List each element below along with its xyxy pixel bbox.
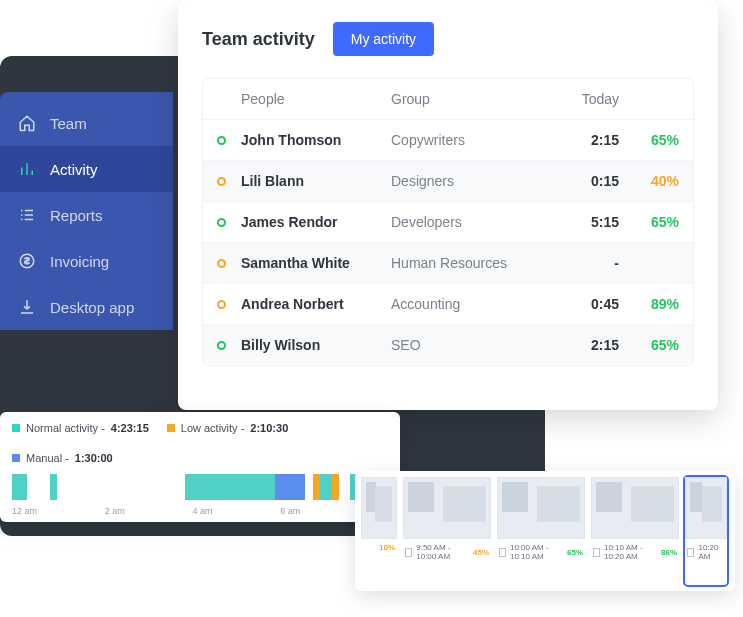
list-icon <box>18 206 36 224</box>
activity-timeline-panel: Normal activity - 4:23:15 Low activity -… <box>0 412 400 522</box>
sidebar-item-reports[interactable]: Reports <box>0 192 173 238</box>
sidebar-item-invoicing[interactable]: Invoicing <box>0 238 173 284</box>
legend-manual: Manual - 1:30:00 <box>12 452 113 464</box>
home-icon <box>18 114 36 132</box>
activity-pct: 65% <box>629 337 679 353</box>
person-name: Samantha White <box>241 255 391 271</box>
person-name: James Rendor <box>241 214 391 230</box>
screenshot-thumb <box>361 477 397 539</box>
sidebar-item-label: Activity <box>50 161 98 178</box>
sidebar: Team Activity Reports Invoicing Desktop … <box>0 92 173 330</box>
sidebar-item-label: Desktop app <box>50 299 134 316</box>
person-name: Andrea Norbert <box>241 296 391 312</box>
screenshot-card[interactable]: 10:10 AM - 10:20 AM86% <box>591 477 679 585</box>
table-row[interactable]: John ThomsonCopywriters2:1565% <box>203 119 693 160</box>
square-icon <box>167 424 175 432</box>
time-today: 0:15 <box>541 173 629 189</box>
status-dot <box>217 218 226 227</box>
screenshot-card[interactable]: 10:20 AM <box>685 477 727 585</box>
status-dot <box>217 341 226 350</box>
sidebar-item-label: Invoicing <box>50 253 109 270</box>
sidebar-item-team[interactable]: Team <box>0 100 173 146</box>
timeline-axis: 12 am 2 am 4 am 6 am 8 am <box>12 506 388 516</box>
legend-row: Normal activity - 4:23:15 Low activity -… <box>12 422 388 464</box>
legend-low: Low activity - 2:10:30 <box>167 422 289 434</box>
sidebar-item-activity[interactable]: Activity <box>0 146 173 192</box>
activity-pct: 65% <box>629 214 679 230</box>
time-today: 2:15 <box>541 337 629 353</box>
table-row[interactable]: Lili BlannDesigners0:1540% <box>203 160 693 201</box>
screenshot-thumb <box>591 477 679 539</box>
screenshot-card[interactable]: 9:50 AM - 10:00 AM45% <box>403 477 491 585</box>
col-today: Today <box>541 91 629 107</box>
status-dot <box>217 259 226 268</box>
table-row[interactable]: Andrea NorbertAccounting0:4589% <box>203 283 693 324</box>
download-icon <box>18 298 36 316</box>
checkbox[interactable] <box>593 548 600 557</box>
screenshot-thumb <box>403 477 491 539</box>
checkbox[interactable] <box>499 548 506 557</box>
status-dot <box>217 136 226 145</box>
screenshot-card[interactable]: 10% <box>361 477 397 585</box>
col-people: People <box>241 91 391 107</box>
screenshot-time: 10:00 AM - 10:10 AM <box>510 543 563 561</box>
screenshot-time: 10:20 AM <box>698 543 725 561</box>
sidebar-item-desktop-app[interactable]: Desktop app <box>0 284 173 330</box>
table-header: People Group Today <box>203 79 693 119</box>
table-row[interactable]: James RendorDevelopers5:1565% <box>203 201 693 242</box>
person-group: Developers <box>391 214 541 230</box>
dollar-icon <box>18 252 36 270</box>
person-name: John Thomson <box>241 132 391 148</box>
sidebar-item-label: Reports <box>50 207 103 224</box>
screenshot-pct: 45% <box>473 548 489 557</box>
person-name: Billy Wilson <box>241 337 391 353</box>
time-today: 0:45 <box>541 296 629 312</box>
time-today: - <box>541 255 629 271</box>
time-today: 5:15 <box>541 214 629 230</box>
person-group: SEO <box>391 337 541 353</box>
screenshots-panel: 10% 9:50 AM - 10:00 AM45% 10:00 AM - 10:… <box>355 471 735 591</box>
screenshot-pct: 10% <box>379 543 395 552</box>
sidebar-item-label: Team <box>50 115 87 132</box>
col-group: Group <box>391 91 541 107</box>
person-group: Human Resources <box>391 255 541 271</box>
checkbox[interactable] <box>405 548 412 557</box>
card-header: Team activity My activity <box>202 22 694 56</box>
status-dot <box>217 177 226 186</box>
screenshot-card[interactable]: 10:00 AM - 10:10 AM65% <box>497 477 585 585</box>
screenshot-pct: 86% <box>661 548 677 557</box>
legend-normal: Normal activity - 4:23:15 <box>12 422 149 434</box>
person-group: Accounting <box>391 296 541 312</box>
screenshot-thumb <box>497 477 585 539</box>
status-dot <box>217 300 226 309</box>
table-row[interactable]: Samantha WhiteHuman Resources- <box>203 242 693 283</box>
activity-pct: 89% <box>629 296 679 312</box>
activity-pct: 65% <box>629 132 679 148</box>
activity-pct: 40% <box>629 173 679 189</box>
screenshot-time: 10:10 AM - 10:20 AM <box>604 543 657 561</box>
square-icon <box>12 424 20 432</box>
page-title: Team activity <box>202 29 315 50</box>
checkbox[interactable] <box>687 548 694 557</box>
table-row[interactable]: Billy WilsonSEO2:1565% <box>203 324 693 365</box>
time-today: 2:15 <box>541 132 629 148</box>
activity-table: People Group Today John ThomsonCopywrite… <box>202 78 694 366</box>
screenshot-pct: 65% <box>567 548 583 557</box>
bar-chart-icon <box>18 160 36 178</box>
timeline-bar <box>12 474 388 500</box>
person-group: Designers <box>391 173 541 189</box>
team-activity-card: Team activity My activity People Group T… <box>178 0 718 410</box>
screenshot-time: 9:50 AM - 10:00 AM <box>416 543 469 561</box>
person-name: Lili Blann <box>241 173 391 189</box>
square-icon <box>12 454 20 462</box>
tab-my-activity[interactable]: My activity <box>333 22 434 56</box>
screenshot-thumb <box>685 477 727 539</box>
person-group: Copywriters <box>391 132 541 148</box>
